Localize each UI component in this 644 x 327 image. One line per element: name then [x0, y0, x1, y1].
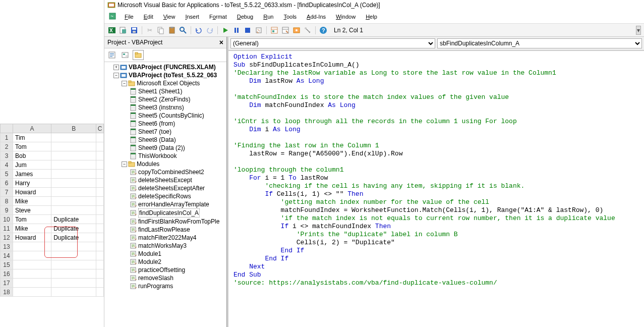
save-icon[interactable] — [130, 26, 139, 35]
row-header[interactable]: 7 — [1, 188, 13, 197]
tree-node[interactable]: Module2 — [106, 258, 224, 266]
row-header[interactable]: 1 — [1, 133, 13, 142]
menu-help[interactable]: Help — [362, 12, 381, 21]
col-header[interactable]: A — [13, 124, 51, 133]
project-explorer-icon[interactable] — [270, 26, 279, 35]
col-header[interactable] — [1, 124, 13, 133]
cell[interactable] — [96, 206, 104, 215]
cell[interactable]: Duplicate — [51, 233, 96, 242]
cell[interactable] — [13, 242, 51, 251]
cell[interactable] — [96, 279, 104, 288]
project-tree[interactable]: +VBAProject (FUNCRES.XLAM)−VBAProject (t… — [104, 62, 226, 327]
expand-icon[interactable]: − — [122, 161, 127, 167]
project-explorer-panel[interactable]: Project - VBAProject × +VBAProject (FUNC… — [104, 37, 227, 327]
row-header[interactable]: 14 — [1, 251, 13, 260]
tree-node[interactable]: removeSlash — [106, 274, 224, 282]
tree-node[interactable]: +VBAProject (FUNCRES.XLAM) — [106, 63, 224, 71]
row-header[interactable]: 9 — [1, 206, 13, 215]
row-header[interactable]: 4 — [1, 160, 13, 170]
cell[interactable] — [51, 251, 96, 260]
cell[interactable] — [96, 151, 104, 160]
cell[interactable]: Tom — [13, 215, 51, 224]
cell[interactable]: Jum — [13, 160, 51, 170]
row-header[interactable]: 5 — [1, 170, 13, 179]
menu-debug[interactable]: Debug — [233, 12, 257, 21]
menu-window[interactable]: Window — [332, 12, 360, 21]
cell[interactable]: Steve — [13, 206, 51, 215]
tree-node[interactable]: Sheet7 (toe) — [106, 128, 224, 136]
row-header[interactable]: 18 — [1, 288, 13, 297]
cell[interactable] — [96, 197, 104, 206]
undo-icon[interactable] — [194, 26, 203, 35]
cell[interactable] — [51, 170, 96, 179]
excel-grid[interactable]: ABC 1Tim2Tom3Bob4Jum5James6Harry7Howard8… — [0, 124, 104, 297]
view-object-button[interactable] — [120, 50, 131, 60]
cell[interactable] — [96, 269, 104, 279]
copy-icon[interactable] — [156, 26, 165, 35]
tree-node[interactable]: findFirstBlankRowFromTopPle — [106, 217, 224, 226]
toggle-folders-button[interactable] — [133, 50, 144, 60]
cell[interactable] — [51, 142, 96, 151]
redo-icon[interactable] — [205, 26, 214, 35]
row-header[interactable]: 17 — [1, 279, 13, 288]
cell[interactable] — [13, 260, 51, 269]
cell[interactable]: Duplicate — [51, 224, 96, 233]
menu-addins[interactable]: Add-Ins — [303, 12, 330, 21]
cell[interactable] — [51, 151, 96, 160]
tree-node[interactable]: matchFilter2022May4 — [106, 234, 224, 242]
object-dropdown[interactable]: (General) — [230, 38, 435, 48]
tree-node[interactable]: matchWorksMay3 — [106, 242, 224, 250]
cell[interactable]: Tim — [13, 133, 51, 142]
cell[interactable] — [51, 288, 96, 297]
cell[interactable] — [96, 215, 104, 224]
procedure-dropdown[interactable]: sbFindDuplicatesInColumn_A — [437, 38, 642, 48]
tree-node[interactable]: runPrograms — [106, 282, 224, 290]
menu-edit[interactable]: Edit — [140, 12, 157, 21]
menu-format[interactable]: Format — [205, 12, 231, 21]
break-icon[interactable] — [232, 26, 241, 35]
menu-run[interactable]: Run — [259, 12, 277, 21]
row-header[interactable]: 10 — [1, 215, 13, 224]
tree-node[interactable]: Sheet1 (Sheet1) — [106, 87, 224, 95]
menu-view[interactable]: View — [159, 12, 180, 21]
row-header[interactable]: 16 — [1, 269, 13, 279]
cell[interactable] — [96, 179, 104, 188]
tree-node[interactable]: deleteSheetsExceptAfter — [106, 184, 224, 192]
cell[interactable] — [96, 224, 104, 233]
view-code-button[interactable] — [106, 50, 118, 60]
tree-node[interactable]: −VBAProject (toTest_5.5.22_063 — [106, 71, 224, 79]
row-header[interactable]: 6 — [1, 179, 13, 188]
tree-node[interactable]: Sheet5 (CountsByClinic) — [106, 112, 224, 120]
cell[interactable] — [96, 260, 104, 269]
tree-node[interactable]: ThisWorkbook — [106, 152, 224, 160]
cell[interactable] — [51, 188, 96, 197]
row-header[interactable]: 12 — [1, 233, 13, 242]
cell[interactable] — [96, 288, 104, 297]
cell[interactable] — [51, 242, 96, 251]
expand-icon[interactable]: − — [122, 81, 127, 86]
cell[interactable] — [51, 160, 96, 170]
tree-node[interactable]: Sheet6 (from) — [106, 120, 224, 128]
cell[interactable] — [96, 242, 104, 251]
tree-node[interactable]: deleteSheetsExcept — [106, 176, 224, 184]
paste-icon[interactable] — [167, 26, 177, 35]
menu-tools[interactable]: Tools — [279, 12, 301, 21]
cut-icon[interactable]: ✂ — [145, 26, 154, 35]
tree-node[interactable]: copyToCombinedSheet2 — [106, 168, 224, 176]
close-icon[interactable]: × — [219, 38, 223, 46]
row-header[interactable]: 2 — [1, 142, 13, 151]
run-icon[interactable] — [221, 26, 230, 35]
tree-node[interactable]: −Microsoft Excel Objects — [106, 79, 224, 87]
toolbox-icon[interactable] — [303, 26, 312, 35]
cell[interactable] — [51, 133, 96, 142]
cell[interactable]: Howard — [13, 188, 51, 197]
cell[interactable] — [51, 260, 96, 269]
col-header[interactable]: B — [51, 124, 96, 133]
tree-node[interactable]: practiceOffsetting — [106, 266, 224, 274]
cell[interactable] — [51, 269, 96, 279]
tree-node[interactable]: findDuplicatesInCol_A — [106, 208, 224, 217]
col-header[interactable]: C — [96, 124, 104, 133]
cell[interactable] — [96, 251, 104, 260]
tree-node[interactable]: findLastRowPlease — [106, 226, 224, 234]
properties-icon[interactable] — [281, 26, 290, 35]
